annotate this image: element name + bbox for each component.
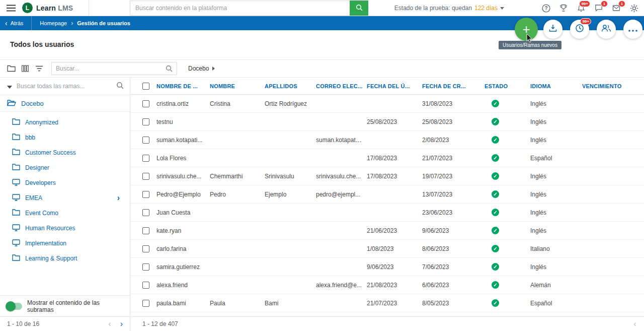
prev-page-icon[interactable]: ‹ [633,319,636,328]
global-search-input[interactable] [130,1,350,16]
column-header[interactable]: IDIOMA [530,83,582,89]
next-page-icon[interactable]: › [120,319,123,328]
trophy-icon[interactable] [558,3,569,13]
sidebar-item-customer-success[interactable]: Customer Success › [0,145,130,160]
branch-sidebar: Docebo Anonymized › bbb › Customer Succe… [0,78,130,331]
filter-icon[interactable] [33,62,45,75]
table-search-input[interactable] [52,65,166,72]
table-row[interactable]: kate.ryan 21/06/2023 9/06/2023 ✓ Inglés [130,222,644,240]
column-header[interactable]: FECHA DEL Ú... [367,83,422,89]
back-button[interactable]: ‹ Atrás [0,16,32,30]
chevron-right-icon: › [71,20,73,27]
table-breadcrumb-root[interactable]: Docebo [188,65,215,72]
notifications-bell-icon[interactable]: 99+ [576,3,586,13]
table-row[interactable]: srinivasulu.che... Chemmarthi Srinivasul… [130,167,644,185]
search-icon[interactable] [116,82,124,91]
column-header[interactable]: VENCIMIENTO [582,83,644,89]
search-icon[interactable] [166,65,173,72]
branch-search-input[interactable] [17,83,112,90]
table-row[interactable]: alexa.friend alexa.friend@e... 21/08/202… [130,276,644,294]
sidebar-item-emea[interactable]: EMEA › [0,190,130,206]
manage-users-button[interactable] [597,20,616,39]
row-checkbox[interactable] [142,300,149,307]
table-row[interactable]: Lola Flores 17/08/2023 21/07/2023 ✓ Espa… [130,149,644,167]
row-checkbox[interactable] [142,137,149,144]
dropdown-caret-icon[interactable] [7,82,12,91]
table-row[interactable]: Pedro@Ejemplo Pedro Ejemplo pedro@ejempl… [130,185,644,204]
more-actions-button[interactable] [623,20,642,39]
row-checkbox[interactable] [142,209,149,216]
sidebar-item-bbb[interactable]: bbb › [0,130,130,145]
gear-icon[interactable] [629,3,639,13]
column-header[interactable]: CORREO ELEC... [316,83,367,89]
table-row[interactable]: cristina.ortiz Cristina Ortiz Rodríguez … [130,95,644,113]
cell-language: Inglés [530,137,582,144]
folder-view-icon[interactable] [5,62,17,75]
hamburger-menu-icon[interactable] [7,5,16,14]
row-checkbox[interactable] [142,191,149,198]
monitor-icon [12,179,20,187]
triangle-right-icon [212,67,215,71]
table-row[interactable]: paula.bami Paula Bami 21/07/2023 8/05/20… [130,294,644,312]
status-active-icon: ✓ [492,136,499,144]
prev-page-icon[interactable]: ‹ [108,319,111,328]
trial-days-remaining: 122 días [474,5,498,12]
row-checkbox[interactable] [142,282,149,289]
show-subbranches-toggle[interactable] [6,303,22,310]
select-all-checkbox[interactable] [142,83,149,90]
sidebar-item-event-como[interactable]: Event Como › [0,206,130,221]
table-row[interactable]: suman.kotapati... suman.kotapati... 2/08… [130,131,644,149]
row-checkbox[interactable] [142,118,149,125]
sidebar-item-developers[interactable]: Developers › [0,175,130,190]
row-checkbox[interactable] [142,263,149,271]
sidebar-item-anonymized[interactable]: Anonymized › [0,115,130,130]
import-export-button[interactable] [543,20,562,39]
cell-email: suman.kotapati... [316,137,367,144]
table-row[interactable]: testnu 25/08/2023 25/08/2023 ✓ Inglés [130,113,644,131]
column-header[interactable]: NOMBRE [210,83,265,89]
app-logo[interactable]: L LearnLMS [22,3,73,13]
help-icon[interactable]: ? [541,3,551,13]
row-checkbox[interactable] [142,227,149,234]
cell-username: suman.kotapati... [156,137,210,144]
cell-username: alexa.friend [156,282,210,289]
table-row[interactable]: carlo.farina 1/08/2023 8/06/2023 ✓ Itali… [130,240,644,258]
cell-last-access: 1/08/2023 [367,245,422,252]
row-checkbox[interactable] [142,100,149,107]
inbox-icon[interactable]: 1 [611,3,621,13]
row-checkbox[interactable] [142,173,149,180]
row-checkbox[interactable] [142,155,149,162]
chat-icon[interactable]: 1 [594,3,604,13]
chevron-right-icon[interactable]: › [117,193,125,203]
global-search-button[interactable] [350,1,368,16]
subbranch-toggle-row: Mostrar el contenido de las subramas [0,295,130,316]
column-header[interactable]: NOMBRE DE ... [156,83,210,89]
topbar: L LearnLMS Estado de la prueba: quedan 1… [0,0,644,16]
cell-created: 6/06/2023 [422,282,485,289]
cell-created: 9/06/2023 [422,227,485,234]
toolbar: Docebo [0,59,644,78]
columns-view-icon[interactable] [19,62,31,75]
sidebar-item-human-resources[interactable]: Human Resources › [0,221,130,236]
sidebar-item-learning-support[interactable]: Learning & Support › [0,251,130,266]
row-checkbox[interactable] [142,245,149,252]
users-icon [601,24,611,34]
cell-first-name: Chemmarthi [210,173,265,180]
status-active-icon: ✓ [492,245,499,252]
cell-created: 8/06/2023 [422,245,485,252]
breadcrumb-home[interactable]: Homepage [40,20,67,26]
cell-language: Inglés [530,173,582,180]
table-row[interactable]: Juan Cuesta 23/06/2023 ✓ Inglés [130,204,644,222]
toggle-label: Mostrar el contenido de las subramas [27,299,124,313]
background-jobs-button[interactable]: 99+ [570,20,589,39]
sidebar-item-implementation[interactable]: Implementation › [0,236,130,251]
column-header[interactable]: FECHA DE CR... [422,83,485,89]
sidebar-item-designer[interactable]: Designer › [0,160,130,175]
status-active-icon: ✓ [492,172,499,180]
column-header[interactable]: ESTADO [485,83,530,89]
sidebar-item-docebo-root[interactable]: Docebo [0,95,130,112]
column-header[interactable]: APELLIDOS [265,83,316,89]
table-row[interactable]: samira.gutierrez 9/06/2023 7/06/2023 ✓ I… [130,258,644,276]
status-active-icon: ✓ [492,281,499,289]
trial-status[interactable]: Estado de la prueba: quedan 122 días [394,0,504,16]
